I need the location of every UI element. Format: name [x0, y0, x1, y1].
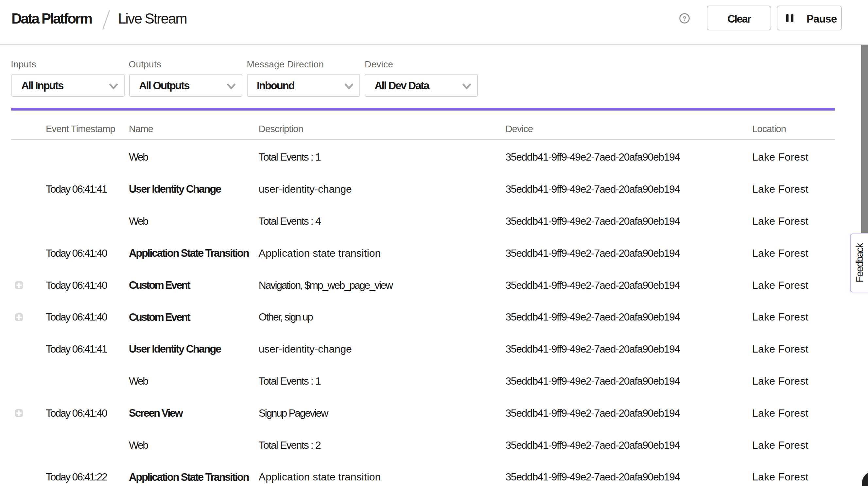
- svg-text:?: ?: [683, 15, 686, 22]
